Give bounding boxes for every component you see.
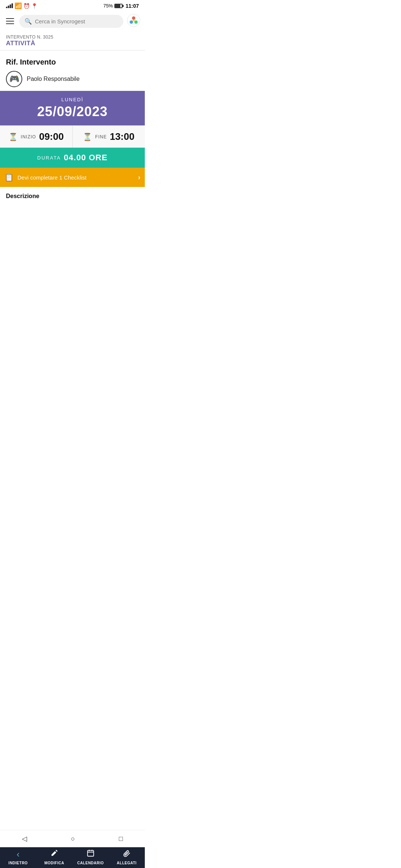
avatar: 🎮 bbox=[6, 71, 22, 87]
duration-label: DURATA bbox=[37, 155, 61, 161]
wifi-icon: 📶 bbox=[14, 2, 22, 9]
fine-cell: ⏳ FINE 13:00 bbox=[73, 126, 145, 148]
clock-icon: ⏰ bbox=[23, 3, 30, 9]
descrizione-label: Descrizione bbox=[6, 193, 139, 200]
inizio-label: INIZIO bbox=[21, 134, 36, 139]
battery-percent: 75% bbox=[103, 3, 113, 9]
user-name: Paolo Responsabile bbox=[27, 76, 79, 82]
time-row: ⏳ INIZIO 09:00 ⏳ FINE 13:00 bbox=[0, 125, 145, 148]
day-label: LUNEDÌ bbox=[6, 97, 139, 102]
user-row: 🎮 Paolo Responsabile bbox=[6, 71, 139, 87]
breadcrumb-title: ATTIVITÀ bbox=[6, 40, 139, 47]
breadcrumb-sub: INTERVENTO N. 3025 bbox=[6, 34, 139, 40]
duration-block: DURATA 04.00 ORE bbox=[0, 148, 145, 168]
fine-value: 13:00 bbox=[110, 131, 135, 142]
date-block: LUNEDÌ 25/09/2023 bbox=[0, 91, 145, 125]
inizio-cell: ⏳ INIZIO 09:00 bbox=[0, 126, 73, 148]
location-icon: 📍 bbox=[31, 3, 38, 9]
status-right: 75% 11:07 bbox=[103, 3, 139, 9]
status-bar: 📶 ⏰ 📍 75% 11:07 bbox=[0, 0, 145, 11]
signal-icon bbox=[6, 3, 13, 8]
checklist-text: Devi completare 1 Checklist bbox=[17, 174, 134, 181]
app-logo bbox=[127, 14, 140, 29]
duration-value: 04.00 ORE bbox=[64, 153, 108, 162]
avatar-emoji: 🎮 bbox=[9, 74, 19, 84]
search-icon: 🔍 bbox=[25, 18, 32, 25]
rif-intervento-title: Rif. Intervento bbox=[6, 58, 139, 66]
fine-label: FINE bbox=[95, 134, 107, 139]
header: 🔍 bbox=[0, 11, 145, 32]
svg-point-3 bbox=[134, 20, 138, 24]
rif-intervento-section: Rif. Intervento 🎮 Paolo Responsabile bbox=[0, 53, 145, 91]
hourglass-start-icon: ⏳ bbox=[9, 132, 18, 141]
svg-point-4 bbox=[133, 19, 134, 21]
date-value: 25/09/2023 bbox=[6, 104, 139, 119]
status-left: 📶 ⏰ 📍 bbox=[6, 2, 38, 9]
divider bbox=[0, 50, 145, 50]
descrizione-section: Descrizione bbox=[0, 187, 145, 206]
hourglass-end-icon: ⏳ bbox=[83, 132, 92, 141]
hamburger-button[interactable] bbox=[4, 17, 16, 26]
svg-point-2 bbox=[130, 20, 133, 24]
checklist-banner[interactable]: 📋 Devi completare 1 Checklist › bbox=[0, 168, 145, 187]
checklist-icon: 📋 bbox=[4, 173, 14, 182]
battery-icon bbox=[114, 4, 123, 8]
search-bar[interactable]: 🔍 bbox=[19, 15, 123, 28]
search-input[interactable] bbox=[35, 18, 118, 24]
inizio-value: 09:00 bbox=[39, 131, 64, 142]
breadcrumb: INTERVENTO N. 3025 ATTIVITÀ bbox=[0, 32, 145, 48]
chevron-right-icon: › bbox=[138, 174, 140, 181]
time-display: 11:07 bbox=[125, 3, 139, 9]
svg-point-1 bbox=[132, 16, 136, 20]
